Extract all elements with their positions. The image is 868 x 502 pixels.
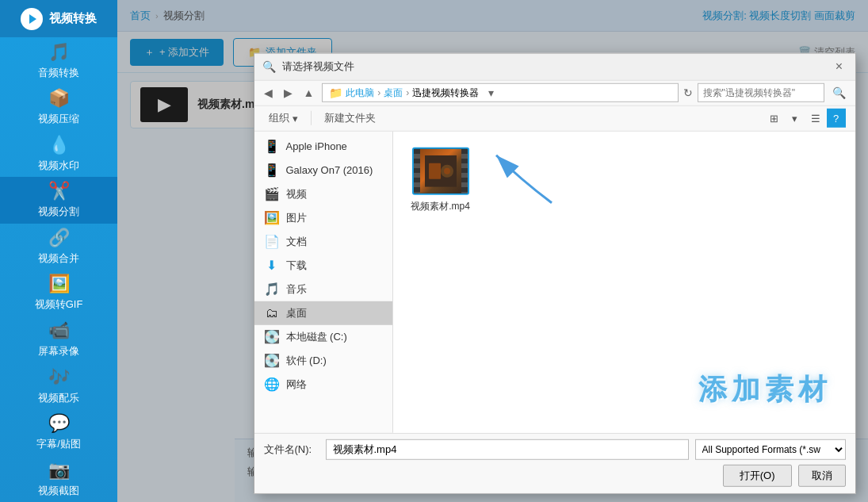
dialog-close-button[interactable]: × xyxy=(832,59,847,75)
file-picker-dialog: 🔍 请选择视频文件 × ◀ ▶ ▲ 📁 此电脑 › 桌面 › 迅捷视频转换器 ▾… xyxy=(254,52,856,493)
sidebar-item-label: 视频转GIF xyxy=(35,297,83,312)
sidebar-item-label: 视频水印 xyxy=(38,159,79,173)
nav-item-label: 图片 xyxy=(286,210,307,224)
file-filter-select[interactable]: All Supported Formats (*.sw xyxy=(695,439,846,460)
sidebar-item-audio-convert[interactable]: 🎵 音频转换 xyxy=(0,37,117,84)
nav-item-videos[interactable]: 🎬 视频 xyxy=(254,182,392,205)
view-dropdown-button[interactable]: ▾ xyxy=(786,109,805,128)
sidebar-item-video-watermark[interactable]: 💧 视频水印 xyxy=(0,130,117,177)
path-part-3: 迅捷视频转换器 xyxy=(412,86,479,99)
nav-item-network[interactable]: 🌐 网络 xyxy=(254,372,392,396)
path-part-1: 此电脑 xyxy=(346,86,374,99)
sidebar-item-label: 音频转换 xyxy=(38,66,79,80)
app-logo: 视频转换 xyxy=(0,0,117,37)
nav-item-d-drive[interactable]: 💽 软件 (D:) xyxy=(254,348,392,372)
subtitle-icon: 💬 xyxy=(48,413,70,434)
filename-label: 文件名(N): xyxy=(264,443,319,457)
up-button[interactable]: ▲ xyxy=(300,85,318,101)
sidebar-item-label: 视频配乐 xyxy=(38,391,79,405)
galaxy-icon: 📱 xyxy=(264,163,280,178)
sidebar-item-video-gif[interactable]: 🖼️ 视频转GIF xyxy=(0,270,117,316)
dialog-file-panel: 视频素材.mp4 添加素材 xyxy=(393,131,855,432)
file-preview-thumb xyxy=(412,147,469,194)
open-button[interactable]: 打开(O) xyxy=(723,465,792,487)
dialog-addressbar: ◀ ▶ ▲ 📁 此电脑 › 桌面 › 迅捷视频转换器 ▾ ↻ 🔍 xyxy=(254,80,855,105)
nav-item-label: 下载 xyxy=(286,258,307,272)
nav-item-downloads[interactable]: ⬇ 下载 xyxy=(254,253,392,277)
svg-marker-0 xyxy=(29,14,36,24)
address-path[interactable]: 📁 此电脑 › 桌面 › 迅捷视频转换器 ▾ xyxy=(322,83,678,102)
svg-rect-2 xyxy=(429,163,441,178)
film-strip-left xyxy=(414,148,420,193)
sidebar-item-label: 视频压缩 xyxy=(38,112,79,126)
organize-button[interactable]: 组织 ▾ xyxy=(264,109,303,127)
view-details-button[interactable]: ☰ xyxy=(806,109,825,128)
nav-item-label: 文档 xyxy=(286,234,307,248)
filename-input[interactable] xyxy=(326,439,689,460)
cancel-button[interactable]: 取消 xyxy=(798,465,846,487)
screen-record-icon: 📹 xyxy=(48,320,70,341)
sidebar: 视频转换 🎵 音频转换 📦 视频压缩 💧 视频水印 ✂️ 视频分割 🔗 视频合并… xyxy=(0,0,117,502)
sidebar-item-label: 视频截图 xyxy=(38,484,79,498)
nav-item-label: 网络 xyxy=(286,377,307,391)
file-icon-label: 视频素材.mp4 xyxy=(411,199,470,213)
view-grid-button[interactable]: ⊞ xyxy=(765,109,784,128)
film-image xyxy=(419,148,463,193)
list-item[interactable]: 视频素材.mp4 xyxy=(409,147,472,213)
nav-item-label: Apple iPhone xyxy=(286,140,347,152)
video-crop-icon: 📷 xyxy=(48,460,70,481)
video-gif-icon: 🖼️ xyxy=(48,274,70,294)
sidebar-item-video-crop[interactable]: 📷 视频截图 xyxy=(0,455,117,502)
sidebar-item-label: 屏幕录像 xyxy=(38,344,79,358)
network-icon: 🌐 xyxy=(264,377,280,392)
logo-text: 视频转换 xyxy=(49,11,97,26)
nav-item-apple-iphone[interactable]: 📱 Apple iPhone xyxy=(254,134,392,158)
video-audio-icon: 🎶 xyxy=(48,367,70,388)
back-button[interactable]: ◀ xyxy=(261,85,276,101)
nav-item-music[interactable]: 🎵 音乐 xyxy=(254,277,392,301)
nav-item-documents[interactable]: 📄 文档 xyxy=(254,229,392,253)
search-button[interactable]: 🔍 xyxy=(829,85,849,101)
nav-item-label: 音乐 xyxy=(286,282,307,296)
action-row: 打开(O) 取消 xyxy=(264,465,846,487)
sidebar-item-label: 视频合并 xyxy=(38,251,79,266)
cancel-label: 取消 xyxy=(812,469,832,481)
audio-convert-icon: 🎵 xyxy=(48,42,70,63)
nav-scroll-area[interactable]: 📱 Apple iPhone 📱 Galaxy On7 (2016) 🎬 视频 … xyxy=(254,134,392,429)
new-folder-label: 新建文件夹 xyxy=(324,111,376,125)
sidebar-item-subtitle[interactable]: 💬 字幕/贴图 xyxy=(0,409,117,456)
video-split-icon: ✂️ xyxy=(48,181,70,201)
organize-label: 组织 xyxy=(269,111,289,125)
nav-item-galaxy[interactable]: 📱 Galaxy On7 (2016) xyxy=(254,158,392,182)
refresh-button[interactable]: ↻ xyxy=(683,86,693,99)
nav-item-label: 本地磁盘 (C:) xyxy=(286,329,347,343)
new-folder-button[interactable]: 新建文件夹 xyxy=(319,109,380,127)
d-drive-icon: 💽 xyxy=(264,353,280,368)
videos-icon: 🎬 xyxy=(264,186,280,201)
nav-item-pictures[interactable]: 🖼️ 图片 xyxy=(254,205,392,229)
sidebar-item-video-split[interactable]: ✂️ 视频分割 xyxy=(0,177,117,224)
pictures-icon: 🖼️ xyxy=(264,210,280,225)
search-input[interactable] xyxy=(698,83,824,102)
film-strip-right xyxy=(461,148,468,193)
toolbar-separator xyxy=(311,111,312,125)
sidebar-item-video-audio[interactable]: 🎶 视频配乐 xyxy=(0,362,117,409)
add-material-text: 添加素材 xyxy=(698,370,832,408)
forward-button[interactable]: ▶ xyxy=(281,85,296,101)
nav-item-c-drive[interactable]: 💽 本地磁盘 (C:) xyxy=(254,324,392,348)
dialog-footer: 文件名(N): All Supported Formats (*.sw 打开(O… xyxy=(254,432,855,492)
nav-item-label: 视频 xyxy=(286,186,307,201)
video-watermark-icon: 💧 xyxy=(48,135,70,155)
help-button[interactable]: ? xyxy=(827,109,846,128)
dialog-body: 📱 Apple iPhone 📱 Galaxy On7 (2016) 🎬 视频 … xyxy=(254,131,855,432)
sidebar-item-video-merge[interactable]: 🔗 视频合并 xyxy=(0,224,117,270)
sidebar-item-screen-record[interactable]: 📹 屏幕录像 xyxy=(0,316,117,363)
nav-item-desktop[interactable]: 🗂 桌面 xyxy=(254,301,392,324)
path-dropdown-button[interactable]: ▾ xyxy=(485,85,497,101)
dialog-toolbar: 组织 ▾ 新建文件夹 ⊞ ▾ ☰ ? xyxy=(254,105,855,131)
sidebar-item-video-compress[interactable]: 📦 视频压缩 xyxy=(0,84,117,131)
sidebar-item-label: 视频分割 xyxy=(38,205,79,219)
dialog-nav-panel: 📱 Apple iPhone 📱 Galaxy On7 (2016) 🎬 视频 … xyxy=(254,131,393,432)
dialog-title: 请选择视频文件 xyxy=(282,59,825,74)
annotation-text: 添加素材 xyxy=(698,372,832,404)
